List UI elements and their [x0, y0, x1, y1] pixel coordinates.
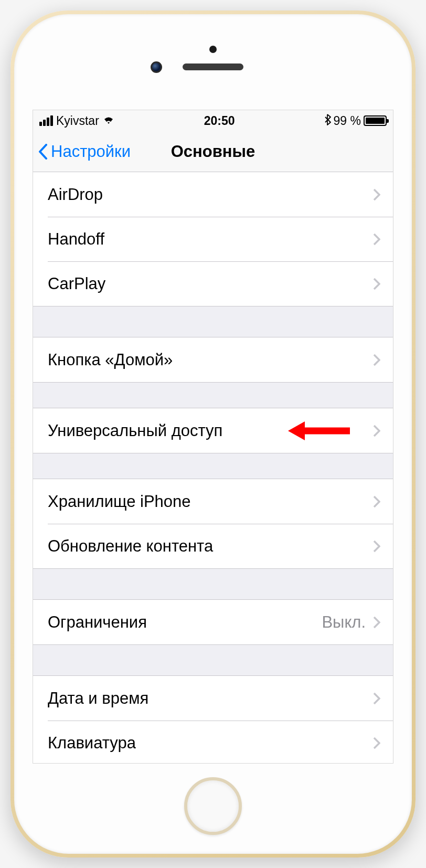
status-bar: Kyivstar 20:50 99 % [33, 110, 393, 131]
settings-group: Универсальный доступ [33, 408, 393, 453]
chevron-right-icon [373, 278, 380, 290]
battery-pct-label: 99 % [334, 114, 361, 128]
signal-bars-icon [39, 115, 53, 126]
settings-cell[interactable]: Обновление контента [33, 524, 393, 568]
front-camera [151, 61, 162, 73]
settings-cell[interactable]: Универсальный доступ [33, 408, 393, 453]
settings-group: Дата и времяКлавиатура [33, 675, 393, 764]
settings-cell[interactable]: Handoff [33, 217, 393, 261]
settings-group: AirDropHandoffCarPlay [33, 172, 393, 306]
proximity-sensor [209, 46, 217, 53]
cell-label: Кнопка «Домой» [48, 351, 373, 369]
carrier-label: Kyivstar [56, 114, 99, 128]
group-spacer [33, 306, 393, 337]
earpiece-speaker [183, 63, 243, 70]
cell-label: Дата и время [48, 689, 373, 708]
chevron-right-icon [373, 495, 380, 508]
cell-label: Handoff [48, 230, 373, 249]
phone-frame: Kyivstar 20:50 99 % [10, 10, 416, 858]
settings-cell[interactable]: ОграниченияВыкл. [33, 600, 393, 644]
home-button[interactable] [184, 777, 242, 835]
chevron-right-icon [373, 188, 380, 201]
bluetooth-icon [324, 114, 331, 128]
page-title: Основные [171, 142, 255, 161]
cell-label: Клавиатура [48, 734, 373, 753]
group-spacer [33, 383, 393, 408]
cell-value: Выкл. [322, 613, 366, 632]
status-right: 99 % [324, 114, 387, 128]
battery-icon [364, 115, 387, 126]
cell-label: Ограничения [48, 613, 322, 632]
chevron-right-icon [373, 692, 380, 705]
screen: Kyivstar 20:50 99 % [33, 110, 393, 764]
settings-group: Кнопка «Домой» [33, 337, 393, 383]
phone-top-hardware [20, 20, 406, 110]
chevron-right-icon [373, 354, 380, 366]
settings-group: Хранилище iPhoneОбновление контента [33, 479, 393, 569]
settings-cell[interactable]: Клавиатура [33, 721, 393, 764]
settings-cell[interactable]: Дата и время [33, 676, 393, 721]
chevron-right-icon [373, 233, 380, 246]
cell-label: CarPlay [48, 274, 373, 293]
cell-label: Обновление контента [48, 537, 373, 556]
group-spacer [33, 645, 393, 675]
chevron-right-icon [373, 737, 380, 749]
chevron-right-icon [373, 540, 380, 553]
settings-cell[interactable]: Хранилище iPhone [33, 479, 393, 524]
group-spacer [33, 569, 393, 599]
chevron-right-icon [373, 616, 380, 629]
status-left: Kyivstar [39, 114, 115, 128]
cell-label: Универсальный доступ [48, 421, 373, 440]
settings-group: ОграниченияВыкл. [33, 599, 393, 645]
settings-list[interactable]: AirDropHandoffCarPlayКнопка «Домой»Униве… [33, 172, 393, 764]
wifi-icon [102, 114, 115, 128]
settings-cell[interactable]: CarPlay [33, 261, 393, 306]
settings-cell[interactable]: Кнопка «Домой» [33, 337, 393, 382]
chevron-left-icon [38, 144, 48, 160]
phone-bezel: Kyivstar 20:50 99 % [20, 20, 406, 848]
settings-cell[interactable]: AirDrop [33, 172, 393, 217]
clock-label: 20:50 [204, 114, 235, 128]
chevron-right-icon [373, 425, 380, 437]
cell-label: AirDrop [48, 185, 373, 204]
phone-inner: Kyivstar 20:50 99 % [14, 14, 412, 854]
group-spacer [33, 453, 393, 479]
back-label: Настройки [51, 142, 131, 161]
cell-label: Хранилище iPhone [48, 492, 373, 511]
back-button[interactable]: Настройки [33, 142, 131, 161]
navigation-bar: Настройки Основные [33, 131, 393, 172]
phone-bottom-hardware [20, 764, 406, 848]
